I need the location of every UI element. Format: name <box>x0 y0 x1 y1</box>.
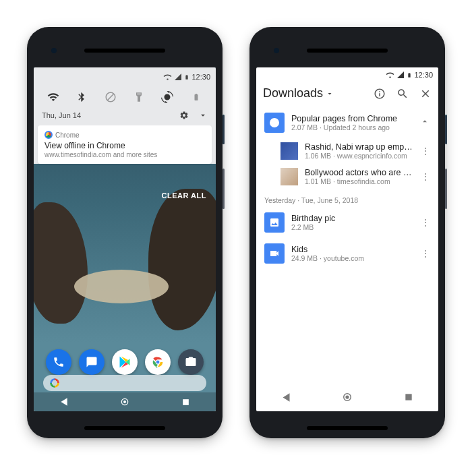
quick-settings-row <box>34 84 216 108</box>
dnd-toggle-icon[interactable] <box>104 90 117 104</box>
bezel-top <box>34 34 216 67</box>
notification-subtitle: www.timesofindia.com and more sites <box>45 151 205 158</box>
close-icon[interactable] <box>419 88 432 100</box>
search-bar[interactable] <box>43 375 206 391</box>
camera-app-icon[interactable] <box>178 349 204 375</box>
phone-frame-right: 12:30 Downloads Popular pages from Chrom… <box>249 27 445 438</box>
shade-date-row: Thu, Jun 14 <box>34 108 216 125</box>
play-store-app-icon[interactable] <box>112 349 138 375</box>
downloads-header: Downloads <box>256 81 438 107</box>
messages-app-icon[interactable] <box>79 349 105 375</box>
nav-bar <box>256 383 438 411</box>
signal-icon <box>174 73 182 81</box>
group-title: Popular pages from Chrome <box>291 114 413 123</box>
more-icon[interactable]: ⋮ <box>419 149 430 153</box>
item-subtitle: 1.01 MB · timesofindia.com <box>305 177 413 185</box>
video-file-icon <box>264 243 285 264</box>
status-time: 12:30 <box>191 73 210 81</box>
screen-left: 12:30 Thu, Jun 14 Chrome <box>34 67 216 411</box>
battery-icon <box>407 71 412 80</box>
battery-icon <box>184 73 189 82</box>
status-bar: 12:30 <box>256 67 438 81</box>
notification-shade[interactable]: 12:30 Thu, Jun 14 Chrome <box>34 67 216 164</box>
svg-rect-8 <box>405 394 411 400</box>
dock <box>34 349 216 375</box>
front-camera <box>274 48 279 53</box>
chrome-icon <box>264 113 285 133</box>
front-camera <box>51 48 57 53</box>
article-thumbnail <box>281 168 298 185</box>
notification-app-label: Chrome <box>45 131 205 139</box>
phone-app-icon[interactable] <box>46 349 71 375</box>
screen-right: 12:30 Downloads Popular pages from Chrom… <box>256 67 438 411</box>
svg-point-7 <box>346 395 349 398</box>
bezel-bottom <box>256 411 438 445</box>
clear-all-button[interactable]: CLEAR ALL <box>152 181 216 204</box>
volume-button[interactable] <box>223 169 225 209</box>
volume-button[interactable] <box>445 169 447 209</box>
downloads-title-dropdown[interactable]: Downloads <box>263 86 374 100</box>
gear-icon[interactable] <box>179 111 189 120</box>
item-subtitle: 1.06 MB · www.espncricinfo.com <box>305 152 413 160</box>
back-icon[interactable] <box>281 392 291 403</box>
flashlight-toggle-icon[interactable] <box>132 90 146 104</box>
image-file-icon <box>264 212 285 233</box>
chevron-down-icon[interactable] <box>198 111 208 120</box>
chrome-app-icon[interactable] <box>145 349 171 375</box>
article-thumbnail <box>281 142 298 160</box>
item-title: Kids <box>291 245 413 254</box>
rotate-toggle-icon[interactable] <box>160 90 174 104</box>
back-icon[interactable] <box>59 397 69 407</box>
dropdown-triangle-icon <box>326 90 334 98</box>
item-title: Bollywood actors who are d... <box>305 168 413 177</box>
more-icon[interactable]: ⋮ <box>419 251 430 256</box>
google-g-icon <box>50 378 59 388</box>
nav-bar <box>34 392 216 411</box>
item-title: Birthday pic <box>291 214 413 223</box>
chrome-icon <box>45 131 53 139</box>
power-button[interactable] <box>445 115 447 144</box>
status-bar: 12:30 <box>34 70 216 84</box>
svg-rect-5 <box>183 399 189 405</box>
notification-card[interactable]: Chrome View offline in Chrome www.timeso… <box>38 125 212 164</box>
list-item[interactable]: Kids 24.9 MB · youtube.com ⋮ <box>256 238 438 269</box>
bezel-bottom <box>34 411 216 445</box>
chevron-up-icon[interactable] <box>419 117 430 129</box>
wifi-toggle-icon[interactable] <box>47 90 60 104</box>
more-icon[interactable]: ⋮ <box>419 175 430 179</box>
recents-icon[interactable] <box>181 398 190 407</box>
list-item[interactable]: Birthday pic 2.2 MB ⋮ <box>256 207 438 238</box>
recents-icon[interactable] <box>404 392 413 402</box>
more-icon[interactable]: ⋮ <box>419 220 430 225</box>
signal-icon <box>396 71 405 79</box>
wifi-icon <box>386 71 394 80</box>
downloads-group[interactable]: Popular pages from Chrome 2.07 MB · Upda… <box>256 107 438 138</box>
notification-app-name: Chrome <box>55 131 80 139</box>
battery-toggle-icon[interactable] <box>189 90 203 104</box>
earpiece-speaker <box>84 49 165 53</box>
section-date-label: Yesterday · Tue, June 5, 2018 <box>256 189 438 207</box>
status-time: 12:30 <box>414 71 433 79</box>
info-icon[interactable] <box>374 88 386 100</box>
home-icon[interactable] <box>119 396 130 407</box>
item-subtitle: 2.2 MB <box>291 223 413 231</box>
list-item[interactable]: Bollywood actors who are d... 1.01 MB · … <box>256 164 438 189</box>
shade-date: Thu, Jun 14 <box>42 111 81 119</box>
page-title: Downloads <box>263 86 323 100</box>
wifi-icon <box>163 73 172 82</box>
item-title: Rashid, Nabi wrap up emph... <box>305 142 413 152</box>
phone-frame-left: 12:30 Thu, Jun 14 Chrome <box>27 27 223 438</box>
notification-title: View offline in Chrome <box>45 141 205 150</box>
bezel-top <box>256 34 438 67</box>
power-button[interactable] <box>223 115 225 144</box>
earpiece-speaker <box>307 49 388 53</box>
list-item[interactable]: Rashid, Nabi wrap up emph... 1.06 MB · w… <box>256 138 438 164</box>
svg-point-4 <box>123 400 126 403</box>
bluetooth-toggle-icon[interactable] <box>75 90 88 104</box>
item-subtitle: 24.9 MB · youtube.com <box>291 254 413 262</box>
search-icon[interactable] <box>396 88 409 100</box>
home-icon[interactable] <box>341 391 353 403</box>
group-subtitle: 2.07 MB · Updated 2 hours ago <box>291 123 413 131</box>
